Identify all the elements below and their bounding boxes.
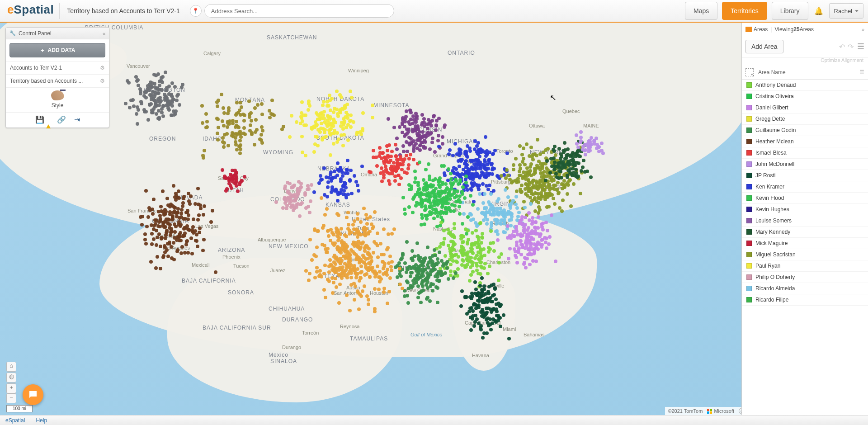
- optimize-alignment[interactable]: Optimize Alignment: [742, 57, 868, 66]
- area-item[interactable]: Ismael Blesa: [742, 147, 868, 159]
- hamburger-icon[interactable]: ☰: [857, 42, 864, 52]
- data-point: [568, 178, 572, 182]
- data-point: [542, 184, 546, 187]
- data-point: [185, 239, 189, 243]
- map-home-button[interactable]: ⌂: [6, 362, 16, 372]
- area-item[interactable]: Cristina Oliveira: [742, 91, 868, 102]
- data-point: [177, 234, 181, 238]
- data-point: [410, 271, 414, 274]
- area-item[interactable]: Guillaume Godin: [742, 125, 868, 136]
- data-point: [135, 112, 138, 116]
- data-point: [532, 186, 536, 189]
- data-point: [390, 232, 394, 236]
- gear-icon[interactable]: ⚙: [100, 78, 105, 84]
- selection-tool-icon[interactable]: [745, 68, 754, 76]
- share-icon[interactable]: 🔗: [57, 115, 66, 124]
- area-item[interactable]: Mary Kennedy: [742, 227, 868, 238]
- data-point: [476, 207, 480, 211]
- layer-item[interactable]: Territory based on Accounts ...⚙: [6, 74, 109, 87]
- export-icon[interactable]: ⇥: [74, 115, 80, 124]
- data-point: [497, 197, 500, 201]
- data-point: [440, 259, 443, 263]
- bell-icon[interactable]: 🔔: [813, 7, 825, 15]
- area-item[interactable]: Ricardo Filipe: [742, 294, 868, 306]
- area-item[interactable]: Heather Mclean: [742, 136, 868, 147]
- data-point: [515, 261, 519, 264]
- data-point: [540, 222, 543, 226]
- map-globe-button[interactable]: ◍: [6, 373, 16, 382]
- data-point: [336, 161, 340, 165]
- area-item[interactable]: Kevin Flood: [742, 193, 868, 204]
- area-item[interactable]: Gregg Dette: [742, 113, 868, 125]
- data-point: [480, 266, 484, 269]
- area-item[interactable]: Ricardo Almeida: [742, 283, 868, 294]
- column-menu-icon[interactable]: ☰: [859, 69, 864, 76]
- color-swatch: [746, 241, 752, 246]
- address-search-input[interactable]: [204, 4, 394, 18]
- data-point: [268, 116, 272, 119]
- style-section[interactable]: Style: [6, 87, 109, 112]
- data-point: [126, 79, 129, 83]
- data-point: [431, 184, 435, 187]
- zoom-out-button[interactable]: −: [6, 393, 16, 403]
- attrib-ms: Microsoft: [714, 408, 734, 414]
- data-point: [401, 144, 405, 148]
- footer-help[interactable]: Help: [36, 417, 47, 424]
- data-point: [393, 179, 397, 183]
- data-point: [519, 239, 522, 243]
- data-point: [524, 192, 528, 196]
- area-item[interactable]: Paul Ryan: [742, 260, 868, 272]
- data-point: [473, 280, 477, 284]
- footer-brand[interactable]: eSpatial: [5, 417, 25, 424]
- add-area-button[interactable]: Add Area: [745, 40, 783, 53]
- nav-territories[interactable]: Territories: [722, 2, 767, 20]
- zoom-in-button[interactable]: +: [6, 383, 16, 393]
- area-item[interactable]: JP Rosti: [742, 170, 868, 181]
- area-name-header[interactable]: Area Name: [758, 69, 786, 76]
- area-item[interactable]: Kevin Hughes: [742, 204, 868, 215]
- collapse-left-icon[interactable]: «: [103, 31, 105, 36]
- nav-maps[interactable]: Maps: [685, 2, 717, 20]
- area-list[interactable]: Anthony DenaudCristina OliveiraDaniel Gi…: [742, 80, 868, 416]
- nav-library[interactable]: Library: [772, 2, 808, 20]
- data-point: [519, 234, 523, 238]
- area-item[interactable]: John McDonnell: [742, 159, 868, 170]
- add-data-button[interactable]: ＋ ADD DATA: [9, 43, 105, 57]
- data-point: [465, 184, 469, 188]
- gear-icon[interactable]: ⚙: [100, 65, 105, 71]
- data-point: [303, 193, 307, 197]
- data-point: [235, 175, 238, 179]
- data-point: [363, 230, 367, 233]
- layer-item[interactable]: Accounts to Terr V2-1⚙: [6, 61, 109, 74]
- user-menu[interactable]: Rachel: [829, 3, 863, 19]
- area-item[interactable]: Daniel Gilbert: [742, 102, 868, 113]
- data-point: [374, 156, 378, 159]
- map-canvas[interactable]: ↖ ⌂ ◍ + − 100 mi ©2021 TomTom Microsoft …: [0, 23, 750, 416]
- undo-icon[interactable]: ↶: [839, 42, 845, 51]
- data-point: [444, 212, 448, 215]
- data-point: [343, 106, 347, 110]
- area-item[interactable]: Mick Maguire: [742, 238, 868, 249]
- data-point: [491, 152, 495, 156]
- area-name: Anthony Denaud: [755, 82, 796, 88]
- data-point: [478, 161, 482, 164]
- expand-right-icon[interactable]: »: [862, 27, 864, 32]
- data-point: [238, 183, 241, 186]
- area-item[interactable]: Louise Somers: [742, 215, 868, 227]
- save-icon[interactable]: 💾: [35, 115, 49, 124]
- data-point: [124, 102, 127, 105]
- data-point: [238, 139, 242, 142]
- chat-button[interactable]: [23, 384, 43, 405]
- redo-icon[interactable]: ↷: [848, 42, 854, 51]
- data-point: [321, 226, 325, 230]
- area-item[interactable]: Miguel Sacristan: [742, 249, 868, 260]
- data-point: [515, 206, 519, 210]
- data-point: [406, 150, 409, 153]
- data-point: [160, 88, 164, 92]
- data-point: [509, 224, 513, 227]
- area-item[interactable]: Philip O Doherty: [742, 272, 868, 283]
- data-point: [349, 169, 353, 172]
- area-item[interactable]: Ken Kramer: [742, 181, 868, 193]
- area-item[interactable]: Anthony Denaud: [742, 80, 868, 91]
- locate-icon[interactable]: 📍: [190, 5, 202, 17]
